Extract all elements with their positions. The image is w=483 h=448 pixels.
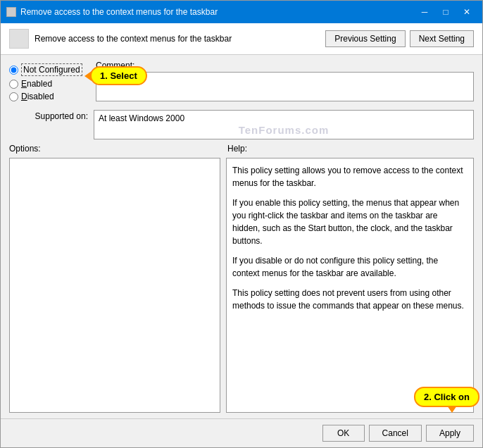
header-left: Remove access to the context menus for t… [9,29,232,49]
help-text-2: If you enable this policy setting, the m… [232,197,468,247]
maximize-button[interactable]: □ [436,5,456,19]
annotation-select: 1. Select [90,66,147,85]
help-panel: This policy setting allows you to remove… [226,158,474,413]
radio-options-group: Not Configured Enabled Disabled 1. Selec… [9,61,90,101]
enabled-radio-label[interactable]: Enabled [9,79,90,89]
title-controls: ─ □ ✕ [415,5,477,19]
ok-button[interactable]: OK [322,425,365,442]
next-setting-button[interactable]: Next Setting [410,30,474,47]
header-title: Remove access to the context menus for t… [34,34,232,44]
panels-row: This policy setting allows you to remove… [9,158,474,413]
title-bar: Remove access to the context menus for t… [1,1,482,23]
main-window: Remove access to the context menus for t… [0,0,483,448]
options-help-labels: Options: Help: [9,144,474,154]
supported-value: At least Windows 2000 [99,113,184,123]
not-configured-radio-label[interactable]: Not Configured [9,63,90,76]
comment-label: Comment: [96,61,474,70]
window-icon [6,7,16,17]
minimize-button[interactable]: ─ [415,5,434,19]
disabled-radio[interactable] [9,92,18,101]
policy-icon [9,29,29,49]
annotation-click-on: 2. Click on [414,387,479,407]
previous-setting-button[interactable]: Previous Setting [325,30,405,47]
options-label: Options: [9,144,51,154]
comment-textarea[interactable] [96,72,474,101]
header-bar: Remove access to the context menus for t… [1,23,482,55]
help-text-4: This policy setting does not prevent use… [232,287,468,312]
help-text-3: If you disable or do not configure this … [232,254,468,280]
help-text-1: This policy setting allows you to remove… [232,164,468,189]
supported-label: Supported on: [9,110,94,121]
title-bar-left: Remove access to the context menus for t… [6,7,218,17]
supported-value-box: At least Windows 2000 TenForums.com [94,110,474,139]
header-buttons: Previous Setting Next Setting [325,30,474,47]
cancel-button[interactable]: Cancel [369,425,422,442]
supported-row: Supported on: At least Windows 2000 TenF… [9,110,474,139]
not-configured-label: Not Configured [21,63,82,76]
enabled-label: Enabled [21,79,52,89]
watermark: TenForums.com [94,124,473,136]
options-panel [9,158,220,413]
disabled-label: Disabled [21,92,54,101]
not-configured-radio[interactable] [9,66,18,75]
comment-section: Comment: [96,61,474,101]
apply-button[interactable]: Apply [426,425,474,442]
top-section: Not Configured Enabled Disabled 1. Selec… [9,61,474,101]
disabled-radio-label[interactable]: Disabled [9,92,90,101]
close-button[interactable]: ✕ [457,5,477,19]
window-title: Remove access to the context menus for t… [20,7,218,17]
help-label: Help: [227,144,247,154]
enabled-radio[interactable] [9,80,18,89]
footer: 2. Click on OK Cancel Apply [1,418,482,447]
content-area: Not Configured Enabled Disabled 1. Selec… [1,55,482,418]
